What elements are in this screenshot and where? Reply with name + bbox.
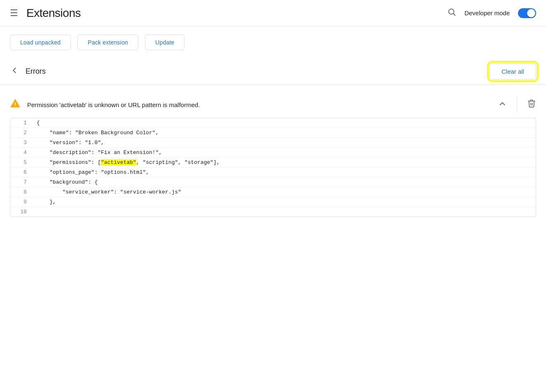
- warning-icon: [10, 98, 21, 111]
- developer-mode-label: Developer mode: [464, 9, 510, 16]
- code-line-4: 4 "description": "Fix an Extension!",: [10, 148, 536, 157]
- header: ☰ Extensions Developer mode: [0, 0, 546, 26]
- code-line-5: 5 "permissions": ["activetab", "scriptin…: [10, 158, 536, 167]
- code-content: {: [32, 118, 536, 128]
- update-button[interactable]: Update: [145, 35, 184, 50]
- code-line-7: 7 "background": {: [10, 177, 536, 187]
- toolbar: Load unpacked Pack extension Update: [0, 26, 546, 58]
- delete-icon[interactable]: [527, 99, 536, 110]
- code-content: [32, 207, 536, 217]
- code-line-10: 10: [10, 207, 536, 217]
- line-number: 1: [10, 118, 32, 128]
- svg-line-1: [453, 14, 455, 15]
- error-item-header: Permission 'activetab' is unknown or URL…: [10, 91, 536, 118]
- line-number: 6: [10, 168, 32, 177]
- errors-header: Errors Clear all: [0, 58, 546, 84]
- line-number: 7: [10, 177, 32, 187]
- errors-title: Errors: [26, 67, 46, 76]
- highlighted-text: "activetab": [101, 159, 136, 166]
- toggle-thumb: [527, 9, 535, 17]
- separator: [517, 96, 517, 113]
- developer-mode-toggle[interactable]: [518, 8, 536, 18]
- search-icon[interactable]: [447, 7, 456, 19]
- svg-point-0: [449, 9, 454, 14]
- code-content: "description": "Fix an Extension!",: [32, 148, 536, 157]
- page-title: Extensions: [26, 7, 81, 20]
- menu-icon[interactable]: ☰: [10, 8, 18, 19]
- code-block: 1 { 2 "name": "Broken Background Color",…: [10, 118, 536, 217]
- code-content: "permissions": ["activetab", "scripting"…: [32, 158, 536, 167]
- chevron-up-icon[interactable]: [498, 99, 507, 110]
- line-number: 2: [10, 128, 32, 138]
- svg-rect-3: [15, 105, 16, 105]
- code-line-6: 6 "options_page": "options.html",: [10, 168, 536, 177]
- svg-rect-2: [15, 103, 16, 104]
- line-number: 3: [10, 138, 32, 147]
- header-left: ☰ Extensions: [10, 7, 81, 20]
- line-number: 9: [10, 197, 32, 207]
- back-arrow-icon[interactable]: [10, 66, 19, 77]
- line-number: 10: [10, 207, 32, 217]
- error-message: Permission 'activetab' is unknown or URL…: [27, 101, 200, 108]
- code-line-2: 2 "name": "Broken Background Color",: [10, 128, 536, 138]
- code-content: "background": {: [32, 177, 536, 187]
- toggle-track[interactable]: [518, 8, 536, 18]
- code-line-3: 3 "version": "1.0",: [10, 138, 536, 147]
- load-unpacked-button[interactable]: Load unpacked: [10, 35, 71, 50]
- line-number: 5: [10, 158, 32, 167]
- error-item-right: [498, 96, 536, 113]
- errors-header-left: Errors: [10, 66, 46, 77]
- divider: [0, 84, 546, 85]
- code-content: },: [32, 197, 536, 207]
- code-content: "service_worker": "service-worker.js": [32, 187, 536, 197]
- code-content: "options_page": "options.html",: [32, 168, 536, 177]
- code-line-8: 8 "service_worker": "service-worker.js": [10, 187, 536, 197]
- header-right: Developer mode: [447, 7, 536, 19]
- code-line-1: 1 {: [10, 118, 536, 128]
- error-item: Permission 'activetab' is unknown or URL…: [10, 91, 536, 217]
- pack-extension-button[interactable]: Pack extension: [77, 35, 138, 50]
- code-content: "name": "Broken Background Color",: [32, 128, 536, 138]
- error-item-left: Permission 'activetab' is unknown or URL…: [10, 98, 200, 111]
- code-line-9: 9 },: [10, 197, 536, 207]
- clear-all-button[interactable]: Clear all: [490, 63, 536, 79]
- code-content: "version": "1.0",: [32, 138, 536, 147]
- line-number: 8: [10, 187, 32, 197]
- line-number: 4: [10, 148, 32, 157]
